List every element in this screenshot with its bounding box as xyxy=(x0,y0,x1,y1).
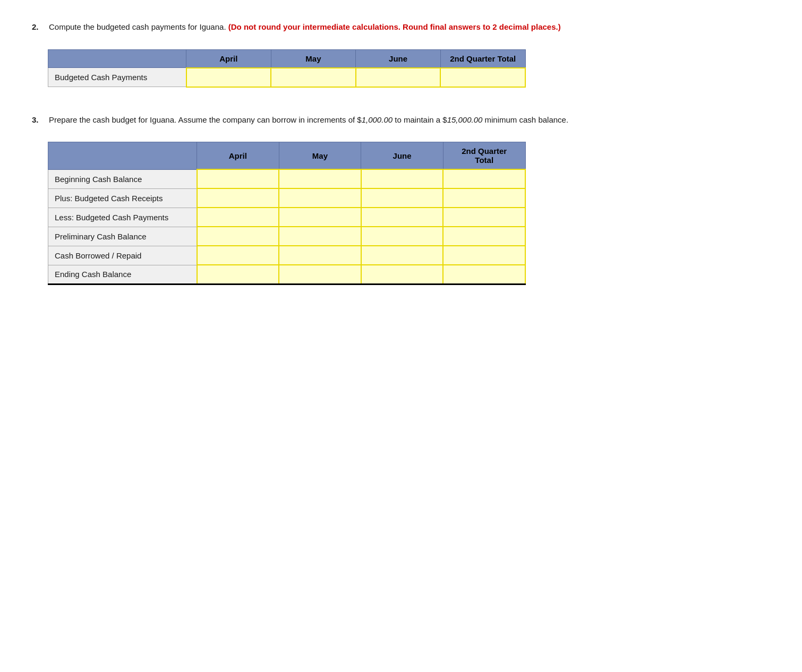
input-q3-bor-june[interactable] xyxy=(368,251,437,260)
label-plus-budgeted-cash-receipts: Plus: Budgeted Cash Receipts xyxy=(48,188,197,208)
table-row-preliminary-cash-balance: Preliminary Cash Balance xyxy=(48,227,526,246)
header-q3-april: April xyxy=(197,142,279,170)
question-3-number: 3. xyxy=(32,114,45,126)
question-2-text: 2. Compute the budgeted cash payments fo… xyxy=(32,21,770,33)
input-q3-end-june[interactable] xyxy=(368,270,437,279)
question-3-table: April May June 2nd Quarter Total Beginni… xyxy=(48,142,526,285)
cell-q3-end-total[interactable] xyxy=(443,265,525,284)
cell-q3-pay-total[interactable] xyxy=(443,208,525,227)
cell-q3-beg-june[interactable] xyxy=(361,169,443,188)
input-q2-june[interactable] xyxy=(363,73,434,82)
question-2-number: 2. xyxy=(32,21,45,33)
cell-q3-prel-may[interactable] xyxy=(279,227,361,246)
question-2-body: Compute the budgeted cash payments for I… xyxy=(49,21,770,33)
question-3-body: Prepare the cash budget for Iguana. Assu… xyxy=(49,114,770,126)
input-q2-total[interactable] xyxy=(447,73,518,82)
header-2nd-quarter-total: 2nd Quarter Total xyxy=(440,49,525,68)
input-q3-pay-april[interactable] xyxy=(204,213,272,222)
cell-q3-end-june[interactable] xyxy=(361,265,443,284)
input-q3-bor-may[interactable] xyxy=(286,251,354,260)
header-q3-june: June xyxy=(361,142,443,170)
question-2-table-body: Budgeted Cash Payments xyxy=(48,68,526,87)
input-q3-pay-may[interactable] xyxy=(286,213,354,222)
input-q3-end-april[interactable] xyxy=(204,270,272,279)
header-q3-may: May xyxy=(279,142,361,170)
cell-q3-bor-may[interactable] xyxy=(279,246,361,265)
question-3-table-header: April May June 2nd Quarter Total xyxy=(48,142,526,170)
cell-q3-rec-may[interactable] xyxy=(279,188,361,208)
input-q3-end-total[interactable] xyxy=(450,270,518,279)
cell-q3-bor-total[interactable] xyxy=(443,246,525,265)
cell-q2-may[interactable] xyxy=(271,68,356,87)
cell-q3-prel-june[interactable] xyxy=(361,227,443,246)
table-row-cash-borrowed-repaid: Cash Borrowed / Repaid xyxy=(48,246,526,265)
input-q3-rec-may[interactable] xyxy=(286,194,354,203)
input-q3-rec-total[interactable] xyxy=(450,194,518,203)
cell-q3-bor-june[interactable] xyxy=(361,246,443,265)
input-q3-beg-total[interactable] xyxy=(450,175,518,184)
input-q3-beg-april[interactable] xyxy=(204,175,272,184)
cell-q3-pay-june[interactable] xyxy=(361,208,443,227)
cell-q2-total[interactable] xyxy=(440,68,525,87)
amount1: 1,000.00 xyxy=(362,115,393,124)
header-row-q3: April May June 2nd Quarter Total xyxy=(48,142,526,170)
header-may: May xyxy=(271,49,356,68)
input-q3-end-may[interactable] xyxy=(286,270,354,279)
question-2-table-header: April May June 2nd Quarter Total xyxy=(48,49,526,68)
cell-q3-beg-may[interactable] xyxy=(279,169,361,188)
label-less-budgeted-cash-payments: Less: Budgeted Cash Payments xyxy=(48,208,197,227)
cell-q3-beg-total[interactable] xyxy=(443,169,525,188)
table-row-ending-cash-balance: Ending Cash Balance xyxy=(48,265,526,284)
question-3-text: 3. Prepare the cash budget for Iguana. A… xyxy=(32,114,770,126)
cell-q3-prel-total[interactable] xyxy=(443,227,525,246)
amount2: 15,000.00 xyxy=(447,115,483,124)
header-row: April May June 2nd Quarter Total xyxy=(48,49,526,68)
input-q3-bor-total[interactable] xyxy=(450,251,518,260)
input-q3-rec-april[interactable] xyxy=(204,194,272,203)
header-april: April xyxy=(186,49,271,68)
table-row-less-budgeted-cash-payments: Less: Budgeted Cash Payments xyxy=(48,208,526,227)
cell-q3-rec-april[interactable] xyxy=(197,188,279,208)
cell-q3-end-april[interactable] xyxy=(197,265,279,284)
input-q3-prel-june[interactable] xyxy=(368,232,437,241)
question-3: 3. Prepare the cash budget for Iguana. A… xyxy=(32,114,770,285)
row-label-budgeted-cash-payments: Budgeted Cash Payments xyxy=(48,68,186,87)
input-q2-may[interactable] xyxy=(278,73,349,82)
input-q3-prel-april[interactable] xyxy=(204,232,272,241)
question-3-table-body: Beginning Cash Balance Plus: Budgeted Ca… xyxy=(48,169,526,284)
cell-q2-june[interactable] xyxy=(356,68,441,87)
input-q2-april[interactable] xyxy=(193,73,265,82)
question-3-text-main: Prepare the cash budget for Iguana. Assu… xyxy=(49,115,568,124)
input-q3-prel-total[interactable] xyxy=(450,232,518,241)
input-q3-pay-june[interactable] xyxy=(368,213,437,222)
cell-q3-prel-april[interactable] xyxy=(197,227,279,246)
input-q3-beg-may[interactable] xyxy=(286,175,354,184)
header-june: June xyxy=(356,49,441,68)
question-2-table: April May June 2nd Quarter Total Budgete… xyxy=(48,49,526,88)
question-2-text-red: (Do not round your intermediate calculat… xyxy=(228,22,561,31)
table-row-plus-budgeted-cash-receipts: Plus: Budgeted Cash Receipts xyxy=(48,188,526,208)
table-row: Budgeted Cash Payments xyxy=(48,68,526,87)
cell-q3-beg-april[interactable] xyxy=(197,169,279,188)
cell-q3-pay-may[interactable] xyxy=(279,208,361,227)
cell-q2-april[interactable] xyxy=(186,68,271,87)
label-preliminary-cash-balance: Preliminary Cash Balance xyxy=(48,227,197,246)
input-q3-bor-april[interactable] xyxy=(204,251,272,260)
header-q3-2nd-quarter-total: 2nd Quarter Total xyxy=(443,142,525,170)
cell-q3-rec-june[interactable] xyxy=(361,188,443,208)
cell-q3-pay-april[interactable] xyxy=(197,208,279,227)
input-q3-prel-may[interactable] xyxy=(286,232,354,241)
header-empty xyxy=(48,49,186,68)
question-2: 2. Compute the budgeted cash payments fo… xyxy=(32,21,770,88)
input-q3-beg-june[interactable] xyxy=(368,175,437,184)
label-beginning-cash-balance: Beginning Cash Balance xyxy=(48,169,197,188)
label-ending-cash-balance: Ending Cash Balance xyxy=(48,265,197,284)
cell-q3-end-may[interactable] xyxy=(279,265,361,284)
cell-q3-rec-total[interactable] xyxy=(443,188,525,208)
label-cash-borrowed-repaid: Cash Borrowed / Repaid xyxy=(48,246,197,265)
cell-q3-bor-april[interactable] xyxy=(197,246,279,265)
input-q3-pay-total[interactable] xyxy=(450,213,518,222)
input-q3-rec-june[interactable] xyxy=(368,194,437,203)
table-row-beginning-cash-balance: Beginning Cash Balance xyxy=(48,169,526,188)
header-q3-empty xyxy=(48,142,197,170)
